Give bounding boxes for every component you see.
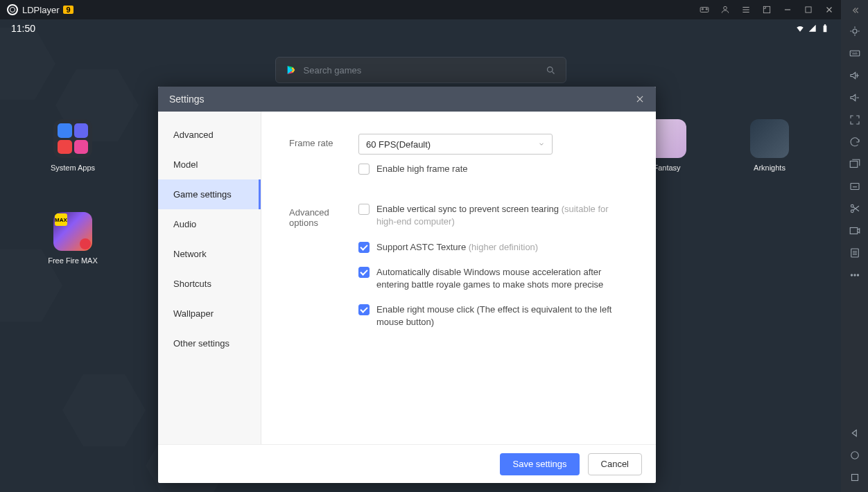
sidebar-item-advanced[interactable]: Advanced (158, 120, 261, 150)
target-icon[interactable] (849, 25, 861, 37)
svg-rect-2 (806, 7, 811, 12)
svg-point-16 (857, 274, 858, 276)
modal-footer: Save settings Cancel (158, 444, 656, 483)
battery-icon (820, 24, 830, 33)
modal-header: Settings (158, 87, 656, 112)
apk-icon[interactable] (849, 180, 861, 193)
svg-rect-7 (850, 51, 860, 56)
record-icon[interactable] (849, 225, 861, 237)
sidebar-item-shortcuts[interactable]: Shortcuts (158, 269, 261, 299)
system-apps-icon[interactable]: System Apps (38, 119, 107, 172)
svg-rect-8 (850, 161, 858, 168)
gamepad-icon[interactable] (700, 5, 709, 15)
vsync-label: Enable vertical sync to prevent screen t… (376, 203, 628, 228)
more-icon[interactable] (849, 269, 861, 281)
svg-rect-1 (763, 6, 770, 12)
frame-rate-label: Frame rate (289, 134, 358, 175)
clock: 11:50 (11, 23, 35, 34)
frame-rate-value: 60 FPS(Default) (366, 139, 431, 150)
enable-high-frame-rate-checkbox[interactable] (358, 164, 370, 175)
collapse-sidebar-icon[interactable] (850, 6, 860, 15)
user-icon[interactable] (720, 5, 730, 15)
svg-rect-12 (850, 228, 858, 234)
cancel-button[interactable]: Cancel (588, 453, 642, 475)
search-placeholder: Search games (304, 65, 539, 76)
advanced-options-label: Advanced options (289, 203, 358, 328)
svg-point-17 (851, 452, 858, 459)
svg-point-14 (851, 274, 852, 276)
svg-rect-18 (851, 475, 858, 481)
sidebar-item-network[interactable]: Network (158, 239, 261, 269)
clipboard-icon[interactable] (849, 247, 861, 259)
fullscreen-icon[interactable] (849, 114, 861, 126)
settings-content: Frame rate 60 FPS(Default) Enable high f… (261, 112, 656, 444)
astc-checkbox[interactable] (358, 242, 370, 253)
sidebar-item-wallpaper[interactable]: Wallpaper (158, 299, 261, 328)
svg-point-10 (851, 204, 853, 207)
right-click-checkbox[interactable] (358, 304, 370, 315)
volume-down-icon[interactable] (849, 91, 861, 104)
astc-label: Support ASTC Texture (higher definition) (376, 241, 538, 254)
vsync-checkbox[interactable] (358, 204, 370, 215)
search-bar[interactable]: Search games (275, 57, 566, 83)
svg-point-15 (853, 274, 855, 276)
menu-icon[interactable] (741, 5, 751, 15)
free-fire-label: Free Fire MAX (38, 256, 107, 265)
svg-point-0 (724, 6, 727, 10)
play-store-icon (286, 64, 297, 76)
maximize-icon[interactable] (804, 5, 813, 15)
recent-icon[interactable] (849, 471, 861, 484)
sidebar-item-audio[interactable]: Audio (158, 209, 261, 239)
chevron-down-icon (538, 141, 545, 148)
system-apps-label: System Apps (38, 164, 107, 172)
svg-point-6 (853, 29, 857, 33)
keyboard-icon[interactable] (849, 47, 861, 60)
signal-icon (808, 24, 817, 33)
modal-close-button[interactable] (635, 94, 645, 104)
volume-up-icon[interactable] (849, 69, 861, 82)
free-fire-icon[interactable]: MAX Free Fire MAX (38, 212, 107, 265)
sidebar-item-other[interactable]: Other settings (158, 328, 261, 358)
frame-rate-dropdown[interactable]: 60 FPS(Default) (358, 134, 553, 155)
popout-icon[interactable] (762, 5, 772, 15)
save-button[interactable]: Save settings (500, 453, 579, 475)
mouse-accel-checkbox[interactable] (358, 267, 370, 278)
ldplayer-logo-icon (7, 4, 18, 15)
sidebar-item-game-settings[interactable]: Game settings (158, 179, 261, 209)
search-icon (546, 65, 556, 76)
arknights-label: Arknights (735, 164, 804, 172)
right-click-label: Enable right mouse click (The effect is … (376, 304, 628, 328)
scissors-icon[interactable] (849, 202, 861, 215)
close-icon[interactable] (824, 5, 834, 15)
app-name: LDPlayer (22, 5, 59, 15)
version-badge: 9 (63, 6, 73, 14)
svg-rect-3 (824, 26, 827, 32)
multi-instance-icon[interactable] (849, 158, 861, 170)
android-status-bar: 11:50 (0, 19, 841, 37)
mouse-accel-label: Automatically disable Windows mouse acce… (376, 266, 628, 291)
sidebar-item-model[interactable]: Model (158, 150, 261, 179)
wifi-icon (795, 24, 805, 33)
right-toolbar (841, 0, 868, 492)
modal-title: Settings (169, 94, 205, 105)
svg-point-5 (547, 67, 553, 72)
svg-point-11 (851, 210, 853, 213)
back-icon[interactable] (849, 427, 861, 439)
settings-modal: Settings Advanced Model Game settings Au… (158, 87, 656, 483)
enable-high-frame-rate-label: Enable high frame rate (376, 163, 468, 175)
home-icon[interactable] (849, 449, 861, 462)
svg-rect-4 (824, 24, 826, 26)
sync-icon[interactable] (849, 136, 861, 148)
settings-sidebar: Advanced Model Game settings Audio Netwo… (158, 112, 261, 444)
minimize-icon[interactable] (783, 5, 792, 15)
title-bar: LDPlayer 9 (0, 0, 841, 19)
arknights-icon[interactable]: Arknights (735, 119, 804, 172)
svg-rect-9 (851, 184, 859, 190)
